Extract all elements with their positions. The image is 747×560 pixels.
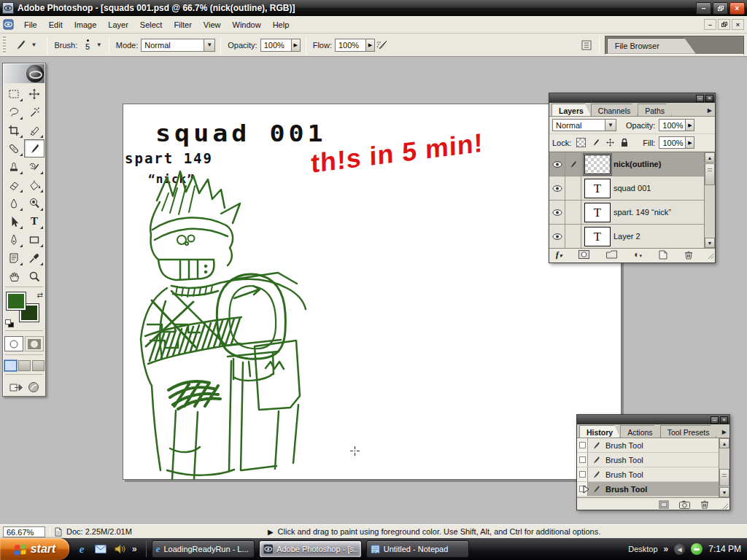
scroll-down-icon[interactable]: ▼ xyxy=(719,487,729,497)
delete-layer-button[interactable] xyxy=(684,250,693,260)
fullscreen-with-menu-button[interactable] xyxy=(18,360,31,371)
menu-file[interactable]: File xyxy=(18,18,43,31)
layer-thumbnail[interactable] xyxy=(584,155,611,174)
history-state-row[interactable]: Brush Tool xyxy=(577,438,719,453)
tab-tool-presets[interactable]: Tool Presets xyxy=(660,425,717,438)
palette-resize-grip[interactable] xyxy=(708,253,714,260)
restore-button[interactable] xyxy=(713,2,728,15)
move-tool[interactable] xyxy=(24,85,44,103)
flow-field[interactable]: 100% ▶ xyxy=(335,39,375,52)
status-menu-arrow-icon[interactable]: ▶ xyxy=(268,528,274,536)
fullscreen-mode-button[interactable] xyxy=(32,360,44,371)
taskbar-button-notepad[interactable]: Untitled - Notepad xyxy=(366,540,469,558)
pen-tool[interactable] xyxy=(4,230,24,249)
layer-opacity-field[interactable]: 100% ▶ xyxy=(659,119,694,131)
palette-menu-arrow-icon[interactable]: ▶ xyxy=(722,429,727,435)
history-state-row[interactable]: Brush Tool xyxy=(577,453,719,467)
quicklaunch-ie-icon[interactable]: e xyxy=(75,542,88,556)
visibility-eye-icon[interactable] xyxy=(552,161,562,168)
close-button[interactable]: × xyxy=(729,2,745,15)
lock-all-icon[interactable] xyxy=(620,138,629,147)
layer-fill-field[interactable]: 100% ▶ xyxy=(659,136,694,149)
swap-colors-icon[interactable]: ⇄ xyxy=(37,291,43,299)
standard-screen-mode-button[interactable] xyxy=(4,360,17,371)
visibility-eye-icon[interactable] xyxy=(552,209,562,216)
start-button[interactable]: start xyxy=(0,538,69,560)
quicklaunch-overflow-chevron[interactable]: » xyxy=(132,544,137,554)
crop-tool[interactable] xyxy=(4,121,24,139)
layer-row-nick-outline[interactable]: nick(outline) xyxy=(549,152,704,176)
minimize-button[interactable]: – xyxy=(696,2,711,15)
history-source-checkbox[interactable] xyxy=(579,456,586,463)
healing-brush-tool[interactable] xyxy=(4,139,24,158)
doc-minimize-button[interactable]: – xyxy=(704,19,716,30)
lock-paint-icon[interactable] xyxy=(591,138,600,147)
zoom-tool[interactable] xyxy=(24,267,44,285)
options-bar-grip[interactable] xyxy=(3,36,6,54)
new-snapshot-button[interactable] xyxy=(679,500,690,509)
palette-minimize-button[interactable]: – xyxy=(711,416,719,424)
document-canvas[interactable]: squad 001 spart 149 “nick” th!s in 5 min… xyxy=(123,104,622,480)
scrollbar-thumb[interactable] xyxy=(705,163,715,185)
layer-row-layer-2[interactable]: T Layer 2 xyxy=(549,225,704,249)
text-layer-thumbnail[interactable]: T xyxy=(584,179,611,198)
slice-tool[interactable] xyxy=(24,121,44,139)
palette-resize-grip[interactable] xyxy=(722,503,729,510)
taskbar-button-loadingreadyrun[interactable]: e LoadingReadyRun - L... xyxy=(152,540,255,558)
text-layer-thumbnail[interactable]: T xyxy=(584,227,611,246)
history-source-checkbox[interactable] xyxy=(579,471,586,478)
doc-restore-button[interactable] xyxy=(718,19,730,30)
scroll-down-icon[interactable]: ▼ xyxy=(705,238,715,248)
menu-image[interactable]: Image xyxy=(69,18,103,31)
quicklaunch-mail-icon[interactable] xyxy=(94,542,107,556)
lock-position-icon[interactable] xyxy=(605,138,615,147)
brush-size-preview[interactable]: 5 xyxy=(80,36,95,54)
visibility-eye-icon[interactable] xyxy=(552,185,562,192)
doc-close-button[interactable]: × xyxy=(732,19,744,30)
scroll-up-icon[interactable]: ▲ xyxy=(705,152,715,163)
rectangular-marquee-tool[interactable] xyxy=(4,85,24,103)
brush-picker-arrow[interactable]: ▼ xyxy=(95,42,104,48)
blend-mode-select[interactable]: Normal ▼ xyxy=(141,39,215,52)
magic-wand-tool[interactable] xyxy=(24,103,44,121)
layer-blend-mode-select[interactable]: Normal ▼ xyxy=(552,119,616,131)
menu-help[interactable]: Help xyxy=(267,18,295,31)
messenger-tray-icon[interactable] xyxy=(691,543,703,555)
tab-actions[interactable]: Actions xyxy=(620,425,659,438)
menu-view[interactable]: View xyxy=(198,18,227,31)
scroll-up-icon[interactable]: ▲ xyxy=(719,438,729,448)
default-colors-icon[interactable] xyxy=(5,319,14,327)
shape-tool[interactable] xyxy=(24,230,44,249)
new-document-from-state-button[interactable] xyxy=(659,500,669,509)
standard-mode-button[interactable] xyxy=(4,336,23,351)
palette-minimize-button[interactable]: – xyxy=(696,95,704,102)
eraser-tool[interactable] xyxy=(4,176,24,194)
eyedropper-tool[interactable] xyxy=(24,249,44,267)
taskbar-button-photoshop[interactable]: Adobe Photoshop - [s... xyxy=(259,540,362,558)
history-state-row[interactable]: Brush Tool xyxy=(577,467,719,482)
layer-row-squad-001[interactable]: T squad 001 xyxy=(549,176,704,201)
quicklaunch-volume-icon[interactable] xyxy=(113,542,126,556)
file-browser-tab[interactable]: File Browser xyxy=(607,38,696,54)
palette-close-button[interactable]: × xyxy=(705,95,713,102)
new-layer-button[interactable] xyxy=(659,250,667,260)
tray-collapse-icon[interactable]: ◄ xyxy=(674,544,685,555)
delete-state-button[interactable] xyxy=(700,499,709,509)
scrollbar-thumb[interactable] xyxy=(719,469,729,486)
tool-preset-picker[interactable]: ▼ xyxy=(9,36,42,55)
opacity-field[interactable]: 100% ▶ xyxy=(260,39,301,52)
brush-tool[interactable] xyxy=(24,139,44,158)
notes-tool[interactable] xyxy=(4,249,24,267)
blur-tool[interactable] xyxy=(4,194,24,212)
dodge-tool[interactable] xyxy=(24,194,44,212)
history-source-checkbox[interactable] xyxy=(579,442,586,448)
text-layer-thumbnail[interactable]: T xyxy=(584,203,611,222)
menu-select[interactable]: Select xyxy=(134,18,169,31)
hand-tool[interactable] xyxy=(4,267,24,285)
foreground-color-swatch[interactable] xyxy=(7,292,26,310)
desktop-toolbar-label[interactable]: Desktop xyxy=(628,545,657,553)
lock-transparency-icon[interactable] xyxy=(576,138,586,147)
new-layer-set-button[interactable] xyxy=(606,250,617,259)
menu-edit[interactable]: Edit xyxy=(43,18,69,31)
history-brush-tool[interactable] xyxy=(24,158,44,176)
